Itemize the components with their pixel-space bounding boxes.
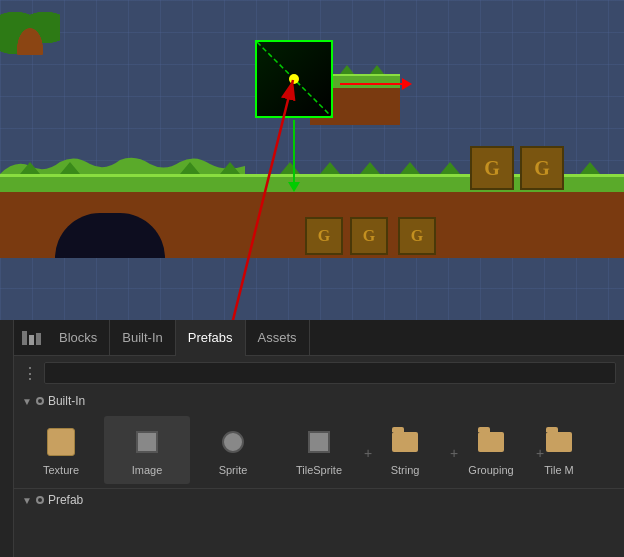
search-input[interactable] (51, 366, 609, 380)
blocks-tab-icon (22, 331, 41, 345)
grid-item-image[interactable]: Image (104, 416, 190, 484)
wood-box-3: G (305, 217, 343, 255)
wood-box-1: G (520, 146, 564, 190)
grouping-add-dot: + (450, 446, 458, 454)
prefab-section-header: ▼ Prefab (14, 488, 624, 511)
selected-object[interactable] (255, 40, 333, 118)
grid-item-texture[interactable]: Texture (18, 416, 104, 484)
wood-box-2: G (470, 146, 514, 190)
tab-builtin[interactable]: Built-In (110, 320, 175, 356)
sprite-icon (222, 431, 244, 453)
grouping-folder-icon (478, 432, 504, 452)
menu-dots-icon[interactable]: ⋮ (22, 364, 38, 383)
grid-item-grouping[interactable]: + Grouping (448, 416, 534, 484)
search-input-wrap (44, 362, 616, 384)
builtin-section-header: ▼ Built-In (14, 390, 624, 412)
transform-center-dot (289, 74, 299, 84)
grid-item-string[interactable]: + String (362, 416, 448, 484)
arrow-right (340, 83, 410, 85)
grid-item-tile-m[interactable]: + Tile M (534, 416, 584, 484)
tab-blocks[interactable]: Blocks (47, 320, 110, 356)
game-viewport: G G G G G (0, 0, 624, 320)
prefab-collapse-icon[interactable]: ▼ (22, 495, 32, 506)
search-bar: ⋮ (14, 356, 624, 390)
tile-m-label: Tile M (544, 464, 574, 476)
prefab-label: Prefab (48, 493, 83, 507)
tab-bar: Blocks Built-In Prefabs Assets (14, 320, 624, 356)
texture-icon-wrap (43, 424, 79, 460)
texture-label: Texture (43, 464, 79, 476)
left-platform-grass (0, 174, 245, 192)
string-add-dot: + (364, 446, 372, 454)
grouping-label: Grouping (468, 464, 513, 476)
tilesprite-label: TileSprite (296, 464, 342, 476)
prefab-dot-icon (36, 496, 44, 504)
grid-item-tilesprite[interactable]: TileSprite (276, 416, 362, 484)
string-icon-wrap (387, 424, 423, 460)
tab-prefabs[interactable]: Prefabs (176, 320, 246, 356)
tile-m-icon-wrap (541, 424, 577, 460)
string-folder-icon (392, 432, 418, 452)
image-label: Image (132, 464, 163, 476)
left-sidebar (0, 320, 14, 557)
tilesprite-icon-wrap (301, 424, 337, 460)
tab-assets[interactable]: Assets (246, 320, 310, 356)
collapse-icon[interactable]: ▼ (22, 396, 32, 407)
top-left-decor (0, 0, 60, 55)
sprite-label: Sprite (219, 464, 248, 476)
string-label: String (391, 464, 420, 476)
right-ground-grass (245, 174, 624, 192)
wood-box-4: G (350, 217, 388, 255)
grouping-icon-wrap (473, 424, 509, 460)
tilesprite-icon (308, 431, 330, 453)
section-dot-icon (36, 397, 44, 405)
image-icon (136, 431, 158, 453)
arrow-down (293, 120, 295, 190)
grid-item-sprite[interactable]: Sprite (190, 416, 276, 484)
panel-area: Blocks Built-In Prefabs Assets ⋮ ▼ Built… (14, 320, 624, 557)
tile-m-folder-icon (546, 432, 572, 452)
wood-box-5: G (398, 217, 436, 255)
sprite-icon-wrap (215, 424, 251, 460)
builtin-label: Built-In (48, 394, 85, 408)
texture-icon (47, 428, 75, 456)
image-icon-wrap (129, 424, 165, 460)
items-grid: Texture Image Sprite TileSprite + (14, 412, 624, 488)
